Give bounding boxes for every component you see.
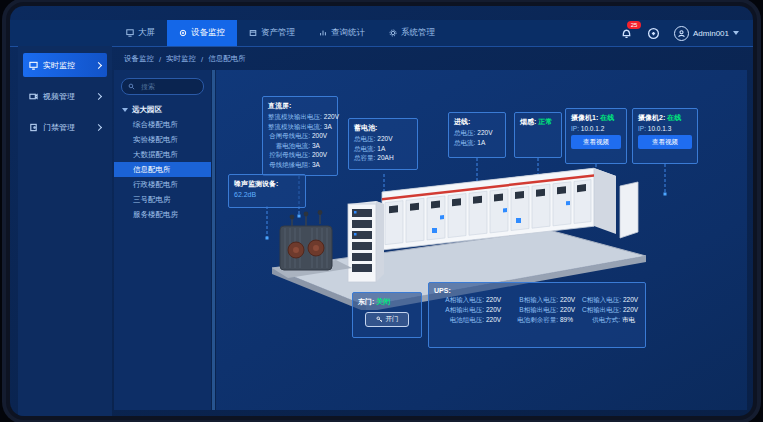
view-video-button[interactable]: 查看视频	[638, 135, 692, 149]
tab-label: 大屏	[138, 27, 155, 39]
tree-item-substation[interactable]: 实验楼配电所	[114, 132, 211, 147]
door-label: 东门:	[358, 298, 374, 305]
top-navbar: 大屏 设备监控 资产管理 查询统计 系统管理	[10, 20, 753, 47]
tree-item-substation[interactable]: 综合楼配电所	[114, 117, 211, 132]
data-row: 母线绝缘电阻:3A	[268, 161, 332, 171]
field-label: 总容量:	[354, 154, 375, 163]
fullscreen-button[interactable]	[647, 26, 661, 40]
tree-item-substation[interactable]: 行政楼配电所	[114, 177, 211, 192]
door-status: 关闭	[376, 298, 390, 305]
avatar	[674, 26, 689, 41]
tree-group-campus[interactable]: 远大园区	[122, 105, 211, 115]
data-row: 总电流:1A	[354, 145, 412, 155]
tab-query-statistics[interactable]: 查询统计	[307, 20, 377, 46]
stats-icon	[319, 29, 327, 37]
data-row: 总电压:220V	[454, 129, 500, 139]
field-label: 电池剩余容量:	[508, 316, 558, 325]
breadcrumb-item[interactable]: 信息配电所	[208, 54, 246, 64]
field-value: 20AH	[377, 154, 397, 161]
sidebar-item-video-management[interactable]: 视频管理	[23, 84, 107, 108]
data-row: A相输出电压:220V	[434, 306, 506, 315]
search-input[interactable]	[139, 82, 197, 91]
panel-title: 东门: 关闭	[358, 297, 416, 307]
breadcrumb-item[interactable]: 实时监控	[166, 54, 196, 64]
field-value: 220V	[477, 129, 497, 136]
tab-label: 系统管理	[401, 27, 435, 39]
panel-title: 噪声监测设备:	[234, 179, 300, 189]
field-value: 220V	[623, 296, 643, 303]
field-label: 总电压:	[454, 129, 475, 138]
panel-ups: UPS: A相输入电压:220V B相输入电压:220V C相输入电压:220V…	[428, 282, 646, 348]
data-row: 总电流:1A	[454, 139, 500, 149]
panel-noise-sensor: 噪声监测设备: 62.2dB	[228, 174, 306, 208]
field-label: 总电流:	[454, 139, 475, 148]
panel-smoke-sensor: 烟感: 正常	[514, 112, 562, 158]
field-label: C相输入电压:	[582, 296, 621, 305]
data-row: 电池组电压:220V	[434, 316, 506, 325]
nav-tabs: 大屏 设备监控 资产管理 查询统计 系统管理	[114, 20, 447, 46]
sidebar-item-realtime-monitoring[interactable]: 实时监控	[23, 53, 107, 77]
door-lock-icon	[29, 123, 38, 132]
field-value: 220V	[486, 306, 506, 313]
sidebar-item-label: 视频管理	[43, 91, 91, 102]
navbar-right-cluster: 25 Admin001	[620, 20, 739, 46]
caret-down-icon	[122, 108, 128, 112]
tree-item-substation[interactable]: 三号配电房	[114, 192, 211, 207]
user-icon	[677, 29, 686, 38]
panel-camera-2: 摄像机2: 在线 IP: 10.0.1.3 查看视频	[632, 108, 698, 164]
caret-down-icon	[733, 31, 739, 35]
panel-title: UPS:	[434, 287, 640, 294]
panel-dc-screen: 直流屏: 整流模块输出电压:220V 整流模块输出电流:3A 合闸母线电压:20…	[262, 96, 338, 176]
data-row: 供电方式:市电	[582, 316, 642, 325]
user-menu[interactable]: Admin001	[674, 26, 739, 41]
tree-item-substation[interactable]: 大数据配电所	[114, 147, 211, 162]
data-row: 控制母线电压:200V	[268, 151, 332, 161]
tab-label: 资产管理	[261, 27, 295, 39]
field-label: 总电流:	[354, 145, 375, 154]
tree-item-substation-active[interactable]: 信息配电所	[114, 162, 211, 177]
camera-status: 在线	[667, 114, 681, 121]
chevron-right-icon	[95, 61, 102, 68]
field-value: 220V	[560, 296, 580, 303]
field-label: 控制母线电压:	[268, 151, 310, 160]
view-video-button[interactable]: 查看视频	[571, 135, 621, 149]
panel-title: 摄像机2: 在线	[638, 113, 692, 123]
breadcrumb-item[interactable]: 设备监控	[124, 54, 154, 64]
camera-status: 在线	[600, 114, 614, 121]
tab-label: 设备监控	[191, 27, 225, 39]
panel-divider	[212, 70, 215, 410]
data-row: B相输入电压:220V	[508, 296, 580, 305]
field-value: 市电	[622, 316, 642, 325]
data-row: 总电压:220V	[354, 135, 412, 145]
fullscreen-icon	[647, 27, 660, 40]
tab-dashboard[interactable]: 大屏	[114, 20, 167, 46]
panel-title: 进线:	[454, 117, 500, 127]
tree-item-substation[interactable]: 服务楼配电房	[114, 207, 211, 222]
field-value: 3A	[324, 123, 344, 130]
left-sidebar: 实时监控 视频管理 门禁管理	[18, 46, 112, 416]
tab-system-management[interactable]: 系统管理	[377, 20, 447, 46]
camera-label: 摄像机2:	[638, 114, 665, 121]
ip-value: 10.0.1.2	[581, 125, 605, 132]
ip-label: IP:	[571, 125, 579, 132]
data-row: 总容量:20AH	[354, 154, 412, 164]
field-value: 3A	[312, 142, 332, 149]
breadcrumb-separator: /	[159, 55, 161, 64]
panel-battery: 蓄电池: 总电压:220V 总电流:1A 总容量:20AH	[348, 118, 418, 170]
asset-icon	[249, 29, 257, 37]
panel-camera-1: 摄像机1: 在线 IP: 10.0.1.2 查看视频	[565, 108, 627, 164]
field-value: 220V	[623, 306, 643, 313]
field-label: 电池组电压:	[434, 316, 484, 325]
smoke-status: 正常	[538, 118, 552, 125]
sidebar-item-access-control[interactable]: 门禁管理	[23, 115, 107, 139]
key-icon	[376, 316, 383, 323]
ip-value: 10.0.1.3	[648, 125, 672, 132]
field-value: 200V	[312, 132, 332, 139]
camera-label: 摄像机1:	[571, 114, 598, 121]
tab-device-monitoring[interactable]: 设备监控	[167, 20, 237, 46]
data-row: 整流模块输出电压:220V	[268, 113, 332, 123]
notification-bell-button[interactable]: 25	[620, 26, 634, 40]
open-door-button[interactable]: 开门	[365, 312, 409, 327]
tab-asset-management[interactable]: 资产管理	[237, 20, 307, 46]
camera-ip: IP: 10.0.1.3	[638, 125, 692, 132]
